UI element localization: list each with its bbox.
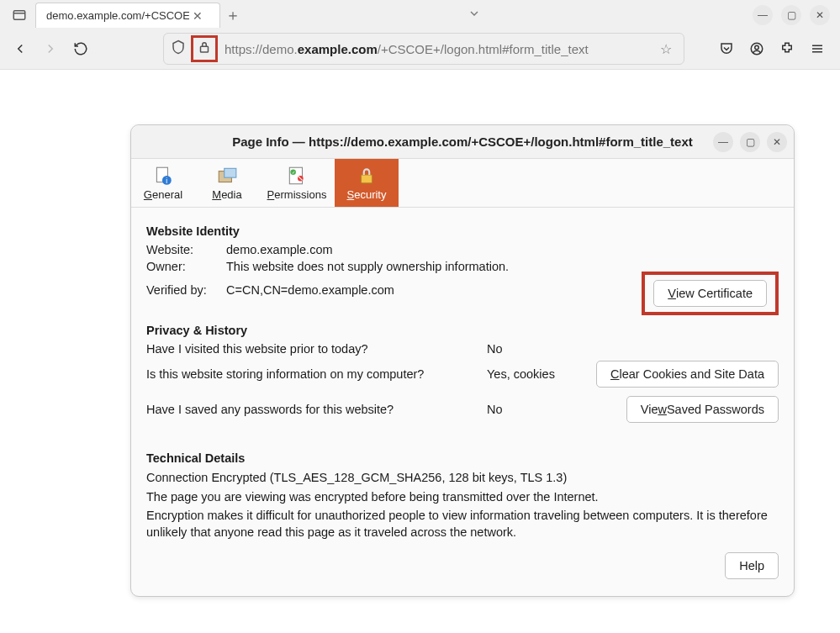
dialog-title: Page Info — https://demo.example.com/+CS… [232, 135, 693, 149]
tab-permissions[interactable]: ✓ Permissions [259, 159, 335, 207]
privacy-history-section: Privacy & History Have I visited this we… [146, 324, 779, 423]
tabs-dropdown-icon[interactable] [468, 7, 481, 24]
view-certificate-highlight: View Certificate [642, 272, 779, 315]
tab-security[interactable]: Security [335, 159, 399, 207]
passwords-question: Have I saved any passwords for this webs… [146, 403, 487, 416]
dialog-tabs: i General Media ✓ Permissions Security [131, 159, 794, 208]
storing-question: Is this website storing information on m… [146, 367, 487, 381]
browser-chrome: demo.example.com/+CSCOE ✕ ＋ — ▢ ✕ [0, 0, 840, 70]
website-value: demo.example.com [226, 243, 779, 256]
view-saved-passwords-button[interactable]: View Saved Passwords [626, 396, 779, 423]
storing-answer: Yes, cookies [487, 367, 588, 381]
encryption-line: Connection Encrypted (TLS_AES_128_GCM_SH… [146, 470, 779, 487]
website-identity-section: Website Identity Website: demo.example.c… [146, 224, 779, 297]
passwords-answer: No [487, 403, 588, 416]
website-label: Website: [146, 243, 226, 256]
toolbar-right-icons [717, 41, 833, 56]
dialog-minimize-button[interactable]: — [713, 132, 733, 152]
tab-general[interactable]: i General [131, 159, 195, 207]
svg-rect-0 [13, 11, 25, 20]
page-info-dialog: Page Info — https://demo.example.com/+CS… [130, 124, 795, 597]
dialog-window-controls: — ▢ ✕ [713, 132, 787, 152]
technical-heading: Technical Details [146, 451, 779, 465]
privacy-heading: Privacy & History [146, 324, 779, 337]
dialog-maximize-button[interactable]: ▢ [740, 132, 760, 152]
encryption-desc-1: The page you are viewing was encrypted b… [146, 489, 779, 506]
svg-text:i: i [166, 177, 167, 185]
dialog-titlebar: Page Info — https://demo.example.com/+CS… [131, 125, 794, 159]
tab-strip: demo.example.com/+CSCOE ✕ ＋ — ▢ ✕ [0, 0, 840, 29]
account-icon[interactable] [748, 41, 766, 56]
dialog-body: Website Identity Website: demo.example.c… [131, 208, 794, 596]
clear-cookies-button[interactable]: Clear Cookies and Site Data [596, 361, 779, 388]
window-minimize-button[interactable]: — [753, 5, 773, 25]
app-menu-icon[interactable] [8, 4, 30, 26]
tab-title: demo.example.com/+CSCOE [46, 9, 189, 22]
bookmark-star-icon[interactable]: ☆ [655, 41, 677, 57]
tab-label: Permissions [267, 188, 327, 201]
svg-point-4 [755, 45, 759, 50]
view-certificate-button[interactable]: View Certificate [653, 280, 767, 307]
identity-heading: Website Identity [146, 224, 779, 238]
tab-label: Media [212, 188, 241, 201]
visited-answer: No [487, 342, 588, 356]
window-maximize-button[interactable]: ▢ [781, 5, 801, 25]
tab-media[interactable]: Media [195, 159, 259, 207]
lock-warning-icon[interactable] [197, 40, 212, 58]
reload-button[interactable] [67, 35, 94, 62]
tracking-shield-icon[interactable] [171, 40, 186, 58]
toolbar: https://demo.example.com/+CSCOE+/logon.h… [0, 29, 840, 69]
document-info-icon: i [152, 165, 174, 187]
url-segment-scheme: https://demo. [225, 42, 298, 56]
svg-rect-2 [201, 46, 209, 52]
tab-label: Security [347, 188, 387, 201]
svg-text:✓: ✓ [292, 170, 295, 175]
lock-icon [356, 165, 378, 187]
extensions-icon[interactable] [778, 41, 796, 56]
new-tab-button[interactable]: ＋ [220, 5, 246, 25]
window-close-button[interactable]: ✕ [810, 5, 830, 25]
forward-button[interactable] [37, 35, 64, 62]
connection-lock-highlight [191, 35, 218, 62]
permissions-icon: ✓ [286, 165, 308, 187]
url-segment-path: /+CSCOE+/logon.html#form_title_text [378, 42, 589, 56]
svg-rect-18 [362, 175, 372, 183]
dialog-close-button[interactable]: ✕ [767, 132, 787, 152]
url-text: https://demo.example.com/+CSCOE+/logon.h… [219, 42, 655, 56]
visited-question: Have I visited this website prior to tod… [146, 342, 487, 356]
owner-label: Owner: [146, 260, 226, 273]
verified-label: Verified by: [146, 283, 226, 297]
url-segment-host: example.com [298, 42, 378, 56]
technical-details-section: Technical Details Connection Encrypted (… [146, 451, 779, 579]
tab-label: General [144, 188, 182, 201]
browser-tab[interactable]: demo.example.com/+CSCOE ✕ [35, 3, 220, 28]
encryption-desc-2: Encryption makes it difficult for unauth… [146, 508, 779, 541]
tab-close-icon[interactable]: ✕ [189, 9, 206, 23]
pocket-icon[interactable] [717, 41, 736, 56]
hamburger-menu-icon[interactable] [808, 41, 827, 56]
help-button[interactable]: Help [725, 552, 779, 579]
back-button[interactable] [7, 35, 34, 62]
window-controls: — ▢ ✕ [753, 5, 837, 25]
address-bar[interactable]: https://demo.example.com/+CSCOE+/logon.h… [163, 33, 684, 65]
media-icon [216, 165, 238, 187]
svg-rect-12 [225, 168, 236, 177]
